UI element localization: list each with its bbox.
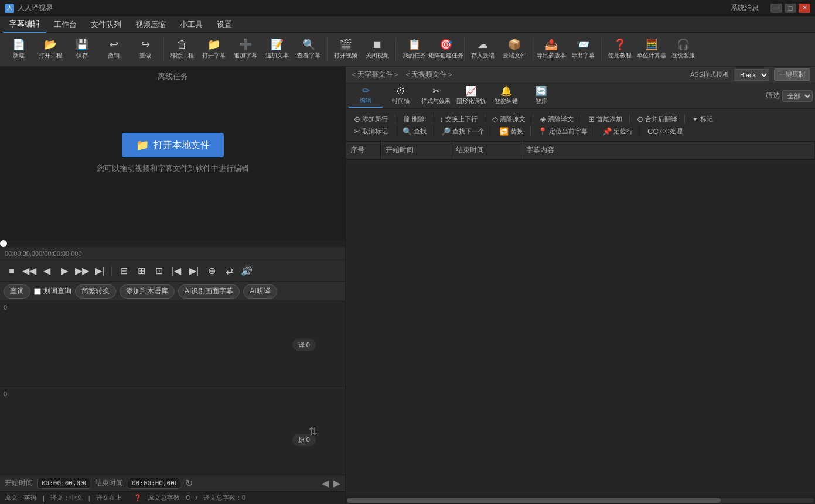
redo-button[interactable]: ↪重做 bbox=[130, 35, 161, 65]
add-head-tail-button[interactable]: ⊞首尾添加 bbox=[584, 114, 627, 125]
stop-button[interactable]: ■ bbox=[5, 264, 19, 278]
trans-position: 译文在上 bbox=[96, 493, 122, 502]
save-cloud-button[interactable]: ☁存入云端 bbox=[468, 35, 498, 65]
close-button[interactable]: ✕ bbox=[799, 4, 810, 13]
filter-dropdown[interactable]: 全部 bbox=[782, 90, 813, 102]
timeline-bar[interactable] bbox=[0, 240, 345, 247]
cc-process-button[interactable]: CCCC处理 bbox=[643, 126, 687, 137]
tab-edit[interactable]: ✏ 编辑 bbox=[348, 84, 383, 108]
volume-button[interactable]: 🔊 bbox=[240, 264, 254, 278]
clear-trans-button[interactable]: ◈清除译文 bbox=[536, 114, 578, 125]
scrollbar-track[interactable] bbox=[347, 498, 814, 503]
maximize-button[interactable]: □ bbox=[785, 4, 796, 13]
window-controls: — □ ✕ bbox=[770, 4, 810, 13]
ai-translate-button[interactable]: AI听译 bbox=[243, 284, 277, 299]
center-button[interactable]: ⊞ bbox=[134, 264, 148, 278]
mark-in-button[interactable]: |◀ bbox=[169, 264, 183, 278]
forward-button[interactable]: ▶▶ bbox=[75, 264, 89, 278]
tutorial-button[interactable]: ❓使用教程 bbox=[605, 35, 635, 65]
menu-workbench[interactable]: 工作台 bbox=[47, 17, 84, 32]
tab-style[interactable]: ✂ 样式与效果 bbox=[418, 84, 453, 108]
align-right-button[interactable]: ⊡ bbox=[152, 264, 166, 278]
export-multi-button[interactable]: 📤导出多版本 bbox=[536, 35, 567, 65]
append-subtitle-button[interactable]: ➕追加字幕 bbox=[230, 35, 261, 65]
online-service-button[interactable]: 🎧在线客服 bbox=[668, 35, 698, 65]
add-vocab-button[interactable]: 添加到木语库 bbox=[120, 284, 175, 299]
locate-row-button[interactable]: 📌定位行 bbox=[598, 126, 637, 137]
edit-actions: ⊕添加新行 🗑删除 ↕交换上下行 ◇清除原文 ◈清除译文 ⊞首尾添加 ⊙合并后翻… bbox=[346, 109, 815, 142]
find-next-button[interactable]: 🔎查找下一个 bbox=[437, 126, 489, 137]
matrix-task-button[interactable]: 🎯矩阵创建任务 bbox=[431, 35, 461, 65]
rewind-button[interactable]: ◀ bbox=[40, 264, 54, 278]
menu-video-compress[interactable]: 视频压缩 bbox=[128, 17, 173, 32]
tab-ai-check[interactable]: 🔔 智能纠错 bbox=[489, 84, 524, 108]
locate-current-button[interactable]: 📍定位当前字幕 bbox=[533, 126, 592, 137]
forward-end-button[interactable]: ▶| bbox=[93, 264, 107, 278]
swap-rows-button[interactable]: ↕交换上下行 bbox=[435, 114, 482, 125]
menubar: 字幕编辑 工作台 文件队列 视频压缩 小工具 设置 bbox=[0, 16, 815, 33]
prev-subtitle-button[interactable]: ◀ bbox=[322, 478, 329, 489]
tab-graphic[interactable]: 📈 图形化调轨 bbox=[453, 84, 489, 108]
time-refresh-button[interactable]: ↻ bbox=[185, 478, 193, 489]
source-lang: 原文：英语 bbox=[5, 493, 37, 502]
menu-tools[interactable]: 小工具 bbox=[173, 17, 210, 32]
waveform-upper-label: 0 bbox=[4, 304, 7, 311]
tab-timeline[interactable]: ⏱ 时间轴 bbox=[383, 84, 418, 108]
mark-button[interactable]: ✦标记 bbox=[687, 114, 718, 125]
timeline-dot[interactable] bbox=[0, 240, 7, 247]
open-subtitle-button[interactable]: 📁打开字幕 bbox=[199, 35, 229, 65]
timecode-current: 00:00:00,000 bbox=[5, 250, 42, 257]
save-button[interactable]: 💾保存 bbox=[67, 35, 97, 65]
play-button[interactable]: ▶ bbox=[57, 264, 71, 278]
cc-icon: CC bbox=[647, 127, 659, 136]
merge-translate-button[interactable]: ⊙合并后翻译 bbox=[632, 114, 682, 125]
align-left-button[interactable]: ⊟ bbox=[117, 264, 131, 278]
cloud-files-button[interactable]: 📦云端文件 bbox=[499, 35, 530, 65]
clear-source-button[interactable]: ◇清除原文 bbox=[487, 114, 530, 125]
toolbar: 📄新建 📂打开工程 💾保存 ↩撤销 ↪重做 🗑移除工程 📁打开字幕 ➕追加字幕 … bbox=[0, 33, 815, 67]
find-button[interactable]: 🔍查找 bbox=[398, 126, 431, 137]
open-video-button[interactable]: 🎬打开视频 bbox=[330, 35, 361, 65]
export-subtitle-button[interactable]: 📨导出字幕 bbox=[568, 35, 598, 65]
replace-button[interactable]: 🔁替换 bbox=[495, 126, 528, 137]
view-subtitle-button[interactable]: 🔍查看字幕 bbox=[294, 35, 324, 65]
next-subtitle-button[interactable]: ▶ bbox=[333, 478, 340, 489]
phrase-query-check[interactable] bbox=[34, 288, 41, 295]
crosshair-button[interactable]: ⊕ bbox=[204, 264, 219, 278]
query-word-button[interactable]: 查词 bbox=[4, 284, 30, 299]
close-video-button[interactable]: ⏹关闭视频 bbox=[362, 35, 393, 65]
append-text-button[interactable]: 📝追加文本 bbox=[262, 35, 292, 65]
phrase-query-checkbox[interactable]: 划词查询 bbox=[34, 286, 71, 296]
one-press-button[interactable]: 一键压制 bbox=[774, 68, 810, 81]
open-project-button[interactable]: 📂打开工程 bbox=[35, 35, 66, 65]
filter-area: 筛选 全部 bbox=[766, 90, 813, 102]
start-time-input[interactable] bbox=[37, 478, 90, 489]
end-time-input[interactable] bbox=[128, 478, 180, 489]
cancel-mark-button[interactable]: ✂取消标记 bbox=[349, 126, 393, 137]
clear-source-icon: ◇ bbox=[492, 115, 498, 124]
rewind-fast-button[interactable]: ◀◀ bbox=[22, 264, 36, 278]
menu-subtitle-edit[interactable]: 字幕编辑 bbox=[2, 16, 47, 33]
open-local-file-button[interactable]: 📁 打开本地文件 bbox=[122, 133, 224, 157]
swap-wave-icon[interactable]: ⇅ bbox=[309, 425, 318, 438]
swap-button[interactable]: ⇄ bbox=[222, 264, 236, 278]
ai-recognize-button[interactable]: AI识别画面字幕 bbox=[178, 284, 240, 299]
new-button[interactable]: 📄新建 bbox=[4, 35, 34, 65]
simplified-traditional-button[interactable]: 简繁转换 bbox=[75, 284, 116, 299]
undo-button[interactable]: ↩撤销 bbox=[98, 35, 129, 65]
horizontal-scrollbar[interactable] bbox=[346, 496, 815, 504]
add-row-button[interactable]: ⊕添加新行 bbox=[349, 114, 393, 125]
menu-file-queue[interactable]: 文件队列 bbox=[84, 17, 128, 32]
calculator-button[interactable]: 🧮单位计算器 bbox=[636, 35, 667, 65]
mark-out-button[interactable]: ▶| bbox=[187, 264, 201, 278]
scrollbar-thumb[interactable] bbox=[347, 498, 721, 503]
tab-library[interactable]: 🔄 智库 bbox=[524, 84, 559, 108]
remove-project-button[interactable]: 🗑移除工程 bbox=[167, 35, 197, 65]
minimize-button[interactable]: — bbox=[770, 4, 782, 13]
graphic-icon: 📈 bbox=[465, 87, 477, 96]
my-tasks-button[interactable]: 📋我的任务 bbox=[399, 35, 429, 65]
menu-settings[interactable]: 设置 bbox=[210, 17, 239, 32]
transport-separator-1 bbox=[111, 265, 112, 277]
ass-style-dropdown[interactable]: Black bbox=[734, 69, 769, 81]
delete-button[interactable]: 🗑删除 bbox=[398, 114, 429, 125]
